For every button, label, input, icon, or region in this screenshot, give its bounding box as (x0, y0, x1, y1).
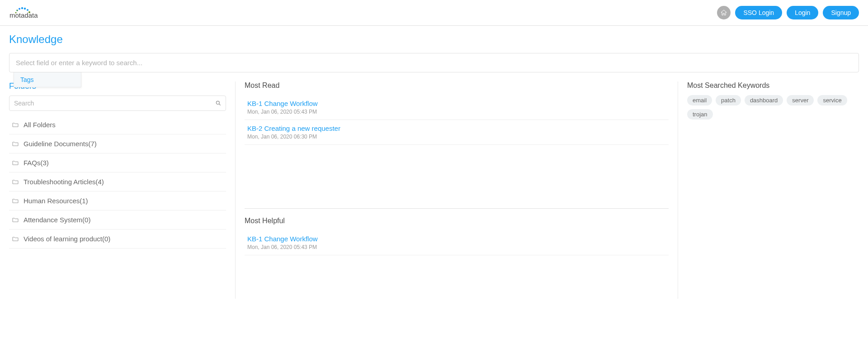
folders-column: Folders All Folders Guideline Documents(… (9, 81, 235, 299)
folder-search-wrap (9, 96, 226, 111)
home-button[interactable] (717, 6, 731, 19)
folder-item[interactable]: Videos of learning product(0) (9, 230, 226, 249)
header-actions: SSO Login Login Signup (717, 6, 859, 19)
folder-icon (12, 235, 19, 243)
logo-icon: motadata (9, 4, 63, 22)
article-item: KB-1 Change Workflow Mon, Jan 06, 2020 0… (245, 95, 669, 120)
svg-point-2 (19, 8, 20, 10)
folder-search-input[interactable] (9, 96, 226, 111)
home-icon (720, 9, 727, 16)
folder-item[interactable]: Attendance System(0) (9, 210, 226, 230)
folder-label: Human Resources(1) (24, 197, 88, 205)
keyword-tag[interactable]: service (817, 95, 847, 105)
folder-label: Videos of learning product(0) (24, 235, 110, 243)
most-helpful-title: Most Helpful (245, 217, 669, 225)
folder-item[interactable]: Guideline Documents(7) (9, 134, 226, 153)
keywords-column: Most Searched Keywords email patch dashb… (678, 81, 859, 299)
most-helpful-list: KB-1 Change Workflow Mon, Jan 06, 2020 0… (245, 230, 669, 255)
svg-point-8 (216, 101, 219, 104)
folder-icon (12, 140, 19, 148)
main-columns: Folders All Folders Guideline Documents(… (0, 81, 868, 299)
folder-label: Attendance System(0) (24, 216, 90, 224)
svg-text:motadata: motadata (9, 11, 38, 19)
keyword-tag[interactable]: trojan (687, 109, 713, 120)
keyword-tag[interactable]: dashboard (745, 95, 783, 105)
keyword-tag[interactable]: server (787, 95, 814, 105)
keyword-tags: email patch dashboard server service tro… (687, 95, 859, 120)
article-item: KB-1 Change Workflow Mon, Jan 06, 2020 0… (245, 230, 669, 255)
search-icon (215, 100, 222, 106)
most-read-title: Most Read (245, 81, 669, 90)
article-link[interactable]: KB-1 Change Workflow (247, 235, 666, 243)
most-read-list: KB-1 Change Workflow Mon, Jan 06, 2020 0… (245, 95, 669, 145)
svg-point-5 (27, 9, 28, 11)
svg-point-1 (16, 10, 18, 11)
articles-column: Most Read KB-1 Change Workflow Mon, Jan … (235, 81, 678, 299)
page-title: Knowledge (0, 26, 868, 50)
folder-item[interactable]: Troubleshooting Articles(4) (9, 172, 226, 191)
keywords-title: Most Searched Keywords (687, 81, 859, 90)
svg-point-4 (24, 8, 26, 10)
header: motadata SSO Login Login Signup (0, 0, 868, 26)
folder-list: All Folders Guideline Documents(7) FAQs(… (9, 115, 226, 249)
folder-item[interactable]: Human Resources(1) (9, 191, 226, 210)
folder-icon (12, 159, 19, 167)
folder-label: All Folders (24, 121, 56, 129)
login-button[interactable]: Login (787, 6, 818, 19)
section-divider (245, 208, 669, 209)
article-link[interactable]: KB-2 Creating a new requester (247, 124, 666, 132)
folder-label: FAQs(3) (24, 159, 49, 167)
article-date: Mon, Jan 06, 2020 05:43 PM (247, 244, 666, 250)
search-field-dropdown: Tags (14, 72, 81, 87)
svg-point-3 (21, 7, 24, 10)
article-link[interactable]: KB-1 Change Workflow (247, 100, 666, 107)
article-date: Mon, Jan 06, 2020 06:30 PM (247, 134, 666, 140)
folder-icon (12, 197, 19, 205)
folder-icon (12, 216, 19, 224)
folder-label: Guideline Documents(7) (24, 140, 97, 148)
main-search-input[interactable] (9, 53, 859, 72)
folder-icon (12, 178, 19, 186)
folder-icon (12, 121, 19, 129)
folder-item[interactable]: FAQs(3) (9, 153, 226, 172)
keyword-tag[interactable]: patch (716, 95, 741, 105)
logo[interactable]: motadata (9, 4, 63, 22)
svg-line-9 (219, 104, 221, 105)
sso-login-button[interactable]: SSO Login (735, 6, 782, 19)
article-date: Mon, Jan 06, 2020 05:43 PM (247, 109, 666, 115)
signup-button[interactable]: Signup (823, 6, 859, 19)
main-search-wrapper: Tags (9, 53, 859, 72)
folder-item[interactable]: All Folders (9, 115, 226, 134)
keyword-tag[interactable]: email (687, 95, 712, 105)
article-item: KB-2 Creating a new requester Mon, Jan 0… (245, 120, 669, 145)
search-dropdown-item-tags[interactable]: Tags (14, 72, 81, 87)
folder-label: Troubleshooting Articles(4) (24, 178, 104, 186)
